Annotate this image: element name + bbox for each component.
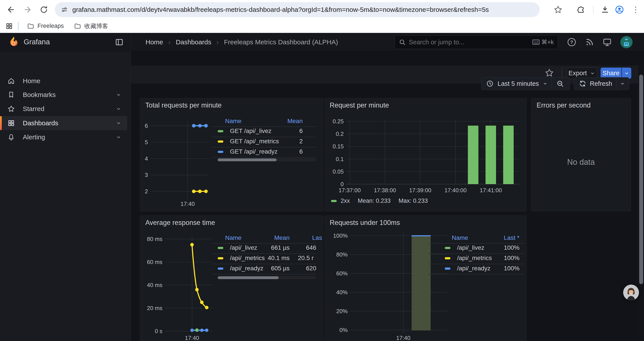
bookmarks-divider [18,22,19,30]
chevron-down-icon[interactable] [116,92,122,98]
bookmark-label: 收藏博客 [84,22,108,30]
svg-text:2: 2 [145,188,148,195]
help-button[interactable]: ? [567,37,576,47]
table-header-name[interactable]: Name [225,118,242,125]
monitor-icon [602,37,612,47]
sidebar-item-alerting[interactable]: Alerting [0,130,127,144]
url-input[interactable] [72,6,489,14]
chevron-down-icon [590,71,595,76]
table-separator [212,157,316,158]
table-header-last[interactable]: Last * [478,234,520,241]
table-hscrollbar-thumb[interactable] [218,276,278,279]
table-header-mean[interactable]: Mean [272,118,303,125]
breadcrumb-home[interactable]: Home [146,38,163,46]
chevron-down-icon[interactable] [116,106,122,112]
table-separator [428,264,524,264]
search-input[interactable] [409,39,529,46]
user-avatar[interactable] [620,36,632,48]
table-separator [212,243,316,244]
svg-text:20%: 20% [336,308,348,314]
chevron-down-icon[interactable] [116,134,122,140]
refresh-control[interactable]: Refresh [574,77,629,90]
zoom-out-icon [556,80,564,87]
toolbar-divider [593,6,594,14]
svg-text:0%: 0% [339,327,348,333]
browser-forward-button[interactable] [22,4,34,16]
svg-text:20 ms: 20 ms [147,305,162,311]
search-shortcut: ⌘+k [532,39,554,46]
table-header-las[interactable]: Las [312,234,322,241]
panel-request-per-minute: Request per minute 2xx Mean: 0.233 Max: … [324,98,527,211]
extensions-button[interactable] [575,4,587,16]
news-button[interactable] [585,37,594,47]
sidebar-toggle-button[interactable] [115,38,124,47]
series-color-dash [218,130,223,132]
apps-grid-icon [5,22,13,30]
assistant-avatar-button[interactable] [623,285,639,300]
sidebar-item-bookmarks[interactable]: Bookmarks [0,88,127,102]
grafana-logo[interactable] [7,36,20,49]
legend-row-name[interactable]: GET /api/_readyz [230,148,278,155]
display-button[interactable] [602,37,612,47]
svg-text:17:40:00: 17:40:00 [444,187,466,194]
page-scrollbar-thumb[interactable] [639,75,643,284]
table-header-mean[interactable]: Mean [258,234,290,241]
chart-canvas: 0.250.20.150.10.05017:37:0017:38:0017:39… [324,98,527,211]
series-color-dash [445,267,450,270]
sidebar-item-label: Bookmarks [23,91,56,99]
svg-text:0.25: 0.25 [332,118,344,125]
bookmark-folder-freeleaps[interactable]: Freeleaps [24,21,67,32]
svg-text:60 ms: 60 ms [147,259,162,265]
star-icon [8,105,15,113]
legend-row-name[interactable]: GET /api/_livez [230,128,271,135]
home-icon [8,77,15,85]
table-header-name[interactable]: Name [225,234,242,241]
rss-icon [585,37,594,47]
chevron-down-icon[interactable] [116,120,122,126]
chevron-down-icon [620,81,625,86]
table-header-name[interactable]: Name [452,234,468,241]
bookmark-folder-blogs[interactable]: 收藏博客 [70,21,112,32]
legend-row-value: 100% [478,254,520,261]
address-bar[interactable] [55,2,540,17]
legend-row-value: 661 µs [258,244,290,251]
zoom-out-button[interactable] [552,80,568,87]
breadcrumb-dashboards[interactable]: Dashboards [176,38,211,46]
star-icon [554,5,562,14]
back-arrow-icon [6,5,15,14]
svg-text:0.05: 0.05 [332,168,344,175]
legend-row-name[interactable]: /api/_livez [230,244,257,251]
bookmarks-bar: Freeleaps 收藏博客 [0,19,644,33]
sidebar-item-home[interactable]: Home [0,74,127,88]
reload-icon [40,6,48,14]
table-hscrollbar-thumb[interactable] [218,158,277,161]
browser-reload-button[interactable] [38,4,50,16]
svg-text:80%: 80% [336,251,348,258]
refresh-interval-button[interactable] [617,81,628,86]
browser-menu-button[interactable]: ⋮ [630,4,642,16]
legend-row-value: 620 [306,265,316,272]
sidebar-item-dashboards[interactable]: Dashboards [0,116,127,130]
legend-row-value: 605 µs [258,265,290,272]
legend-row-value: 646 [306,244,316,251]
profile-button[interactable] [613,4,626,16]
downloads-button[interactable] [599,4,611,16]
panel-left-icon [115,38,124,47]
search-box[interactable]: ⌘+k [394,35,558,49]
time-range-label: Last 5 minutes [498,80,539,87]
sidebar-item-starred[interactable]: Starred [0,102,127,116]
svg-text:100%: 100% [333,232,348,239]
browser-back-button[interactable] [5,4,17,16]
active-indicator [0,116,2,130]
apps-button[interactable] [5,22,13,30]
keyboard-icon [532,39,540,45]
sidebar-item-label: Starred [23,105,44,113]
table-separator [428,243,524,244]
table-separator [428,253,524,254]
time-range-picker[interactable]: Last 5 minutes [481,77,570,90]
site-settings-icon[interactable] [60,6,68,14]
favorite-dashboard-button[interactable] [545,68,554,78]
bookmark-star-button[interactable] [552,4,564,16]
panel-errors-per-second: Errors per second No data [531,98,631,211]
panel-title[interactable]: Errors per second [536,101,590,109]
